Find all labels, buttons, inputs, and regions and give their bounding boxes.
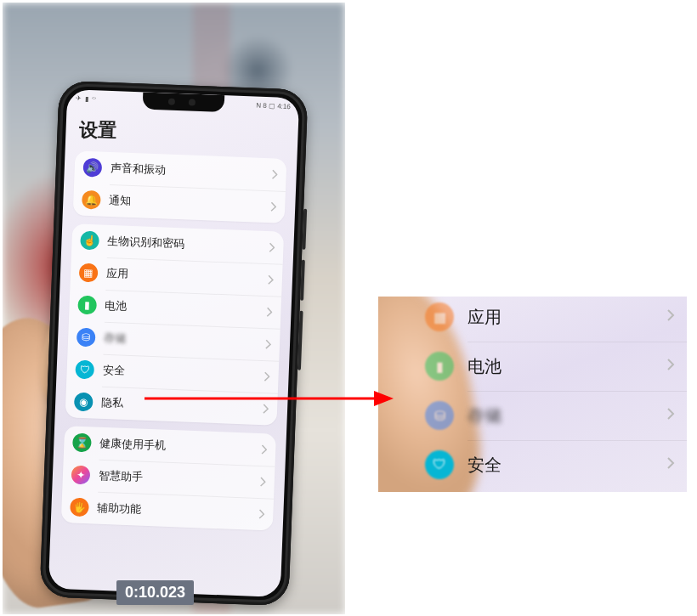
settings-row-accessibility[interactable]: 🖐 辅助功能 (61, 490, 274, 531)
wifi-icon: ⌔ (92, 95, 96, 103)
row-label: 存储 (468, 404, 666, 427)
fingerprint-icon: ☝ (80, 231, 99, 251)
chevron-right-icon (666, 308, 675, 325)
chevron-right-icon (262, 404, 269, 414)
hand-icon: 🖐 (70, 497, 89, 517)
chevron-right-icon (666, 358, 675, 375)
zoom-row-apps[interactable]: ▦ 应用 (425, 297, 687, 342)
zoom-row-storage[interactable]: ⛁ 存储 (425, 391, 687, 440)
chevron-right-icon (259, 477, 266, 487)
chevron-right-icon (260, 444, 267, 455)
row-label: 隐私 (101, 395, 263, 416)
storage-icon: ⛁ (76, 328, 96, 348)
row-label: 辅助功能 (97, 500, 258, 522)
chevron-right-icon (268, 242, 275, 252)
display-notch (142, 92, 224, 112)
row-label: 电池 (105, 298, 266, 319)
chevron-right-icon (267, 274, 274, 285)
settings-row-privacy[interactable]: ◉ 隐私 (65, 385, 278, 426)
shield-icon: 🛡 (425, 450, 454, 479)
battery-icon: ▮ (77, 296, 97, 315)
row-label: 安全 (468, 454, 666, 477)
chevron-right-icon (264, 339, 271, 349)
row-label: 存储 (104, 331, 265, 352)
privacy-icon: ◉ (74, 393, 94, 412)
left-photo: ✈ ▮ ⌔ N 8 ▢ 4:16 设置 🔊 声音和振动 (3, 3, 345, 614)
apps-icon: ▦ (425, 302, 454, 331)
settings-content: 设置 🔊 声音和振动 🔔 通知 (48, 110, 298, 597)
battery-icon: ▮ (425, 352, 454, 381)
zoom-list: ▦ 应用 ▮ 电池 ⛁ 存储 🛡 安全 (425, 297, 687, 489)
apps-icon: ▦ (79, 263, 99, 283)
video-timestamp: 0:10.023 (116, 580, 194, 605)
phone-body: ✈ ▮ ⌔ N 8 ▢ 4:16 设置 🔊 声音和振动 (39, 81, 308, 607)
row-label: 智慧助手 (99, 468, 260, 489)
chevron-right-icon (258, 509, 264, 519)
storage-icon: ⛁ (425, 401, 454, 430)
chevron-right-icon (265, 307, 272, 317)
phone-screen: ✈ ▮ ⌔ N 8 ▢ 4:16 设置 🔊 声音和振动 (48, 89, 299, 597)
row-label: 声音和振动 (110, 161, 272, 182)
row-label: 生物识别和密码 (107, 234, 269, 255)
row-label: 电池 (468, 355, 666, 378)
status-right-text: N 8 ▢ 4:16 (256, 101, 291, 110)
sparkle-icon: ✦ (71, 465, 91, 484)
bell-icon: 🔔 (82, 190, 101, 210)
shield-icon: 🛡 (75, 360, 94, 380)
row-label: 安全 (102, 363, 264, 384)
chevron-right-icon (263, 371, 269, 381)
chevron-right-icon (666, 456, 675, 473)
chevron-right-icon (666, 407, 675, 424)
settings-group: ⌛ 健康使用手机 ✦ 智慧助手 🖐 辅助功能 (61, 426, 276, 530)
row-label: 通知 (109, 193, 270, 214)
settings-group: ☝ 生物识别和密码 ▦ 应用 ▮ 电池 ⛁ (65, 223, 285, 425)
settings-row-notifications[interactable]: 🔔 通知 (73, 183, 286, 223)
row-label: 应用 (468, 306, 666, 329)
signal-icon: ▮ (85, 94, 88, 102)
page-title: 设置 (79, 117, 288, 150)
zoom-crop: ▦ 应用 ▮ 电池 ⛁ 存储 🛡 安全 (378, 297, 687, 492)
chevron-right-icon (269, 201, 276, 212)
settings-group: 🔊 声音和振动 🔔 通知 (73, 150, 287, 223)
airplane-icon: ✈ (76, 94, 82, 102)
row-label: 健康使用手机 (99, 436, 261, 457)
zoom-row-security[interactable]: 🛡 安全 (425, 440, 687, 489)
hourglass-icon: ⌛ (72, 433, 92, 453)
row-label: 应用 (106, 266, 268, 287)
chevron-right-icon (270, 169, 277, 179)
sound-icon: 🔊 (82, 158, 102, 178)
zoom-row-battery[interactable]: ▮ 电池 (425, 342, 687, 391)
